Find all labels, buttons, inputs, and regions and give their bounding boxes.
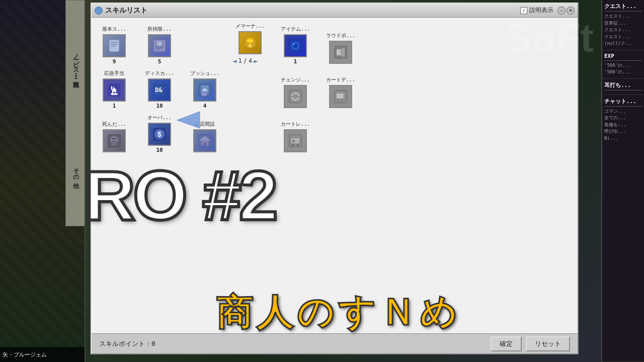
svg-rect-2 (111, 44, 118, 45)
skill-cartle[interactable]: カートレ... (278, 121, 313, 153)
skill-discount-icon[interactable]: D& (148, 78, 171, 102)
svg-rect-51 (291, 138, 300, 144)
soft-watermark: SoFt (504, 15, 594, 61)
skill-firstaid[interactable]: 応急手当 (97, 70, 132, 109)
skill-carry[interactable]: 所持限... 5 (142, 26, 177, 65)
svg-rect-22 (111, 93, 118, 95)
skill-overcharge-icon[interactable]: $ (148, 123, 171, 146)
cursor-arrow-indicator (175, 109, 205, 134)
skill-basic-icon[interactable] (103, 34, 126, 57)
skill-basic-level: 9 (113, 58, 116, 65)
skill-loud-name: ラウドボ... (323, 32, 358, 39)
dialog-title: スキルリスト (105, 6, 147, 15)
svg-point-5 (156, 41, 163, 46)
skill-push-name: ブッシュ... (187, 70, 222, 77)
svg-point-33 (337, 99, 339, 101)
skill-carry-icon[interactable] (148, 34, 171, 57)
page-nav: ◄ 1 / 4 ► (232, 57, 258, 65)
svg-point-53 (292, 144, 294, 146)
svg-text:D&: D& (155, 86, 163, 94)
reset-button[interactable]: リセット (526, 336, 570, 351)
skill-item-level: 1 (294, 58, 297, 65)
chat-item-1: コマン... (604, 108, 642, 115)
skill-discount[interactable]: ディスカ... D& 10 (142, 70, 177, 109)
skill-memna-name: メマーナ... (232, 23, 268, 30)
svg-rect-20 (114, 88, 115, 92)
show-desc-checkbox-label[interactable]: ✓ 説明表示 (520, 6, 553, 15)
skill-item-icon[interactable] (284, 34, 307, 57)
svg-rect-32 (337, 94, 344, 99)
exp-item-2: '500'の... (604, 69, 642, 76)
nav-prev-arrow[interactable]: ◄ (232, 57, 236, 65)
svg-marker-45 (177, 112, 200, 128)
svg-point-34 (341, 99, 343, 101)
svg-text:$: $ (157, 130, 162, 138)
skill-push[interactable]: ブッシュ... 4 (187, 70, 222, 109)
show-desc-label: 説明表示 (529, 6, 553, 15)
skill-change-icon[interactable] (284, 85, 307, 108)
minimize-button[interactable]: - (557, 7, 566, 15)
exp-section: EXP '500'の... '500'の... (602, 50, 644, 79)
svg-rect-49 (204, 143, 206, 146)
quest-title: クエスト... (604, 3, 642, 12)
skill-dead-icon[interactable] (103, 129, 126, 152)
skill-cart-icon[interactable] (329, 85, 352, 108)
skill-firstaid-icon[interactable] (103, 78, 126, 102)
dialog-window-icon (95, 7, 103, 15)
svg-rect-21 (115, 89, 116, 93)
bottom-item-text: 矢・ブルージェム (0, 347, 86, 362)
skill-cartle-icon[interactable] (284, 129, 307, 152)
svg-rect-14 (337, 49, 341, 55)
skill-dead[interactable]: 死んだ... (97, 121, 132, 153)
skill-cart-name: カートデ... (323, 76, 358, 83)
skill-firstaid-level: 1 (113, 103, 116, 109)
svg-point-36 (110, 136, 118, 144)
confirm-button[interactable]: 確定 (491, 336, 522, 351)
svg-line-40 (115, 138, 116, 139)
skill-row-1: 基本ス... 9 所持限... (97, 23, 573, 65)
side-tab[interactable]: ノービス・１次職 その他 (65, 0, 86, 226)
skill-item-name: アイテム... (278, 26, 313, 33)
big-title-overlay: RO #2 (85, 155, 276, 236)
skill-carry-name: 所持限... (142, 26, 177, 33)
svg-rect-52 (292, 140, 295, 142)
skill-cart[interactable]: カートデ... (323, 76, 358, 109)
skill-overcharge-name: オーバ... (142, 114, 177, 121)
close-button[interactable]: × (567, 7, 575, 15)
skill-row-2: 応急手当 (97, 70, 573, 109)
skill-loud-icon[interactable] (329, 41, 352, 64)
skill-basic-name: 基本ス... (97, 26, 132, 33)
chat-item-5: N)... (604, 135, 642, 142)
skill-push-level: 4 (203, 103, 207, 109)
skill-basic[interactable]: 基本ス... 9 (97, 26, 132, 65)
svg-rect-18 (111, 86, 112, 90)
skill-loud[interactable]: ラウドボ... (323, 32, 358, 65)
nav-current: 1 (238, 57, 242, 64)
exp-title: EXP (604, 53, 642, 61)
skill-row-3: 死んだ... (97, 114, 573, 153)
exp-item-1: '500'の... (604, 62, 642, 69)
nav-separator: / (244, 57, 247, 64)
svg-point-12 (293, 43, 295, 45)
chat-item-3: 装備を... (604, 122, 642, 129)
skill-push-icon[interactable] (193, 78, 216, 102)
dialog-window-buttons: - × (557, 7, 575, 15)
svg-rect-19 (113, 87, 114, 92)
nav-total: 4 (249, 57, 252, 64)
svg-line-38 (113, 138, 114, 139)
show-desc-checkbox[interactable]: ✓ (520, 7, 527, 14)
skill-change-name: チェンジ... (278, 76, 313, 83)
skill-memna-icon[interactable] (238, 31, 262, 54)
skill-overcharge[interactable]: オーバ... $ 10 (142, 114, 177, 153)
action-buttons: 確定 リセット (491, 336, 570, 351)
quest-section: クエスト... クエスト... 世界征... クエスト... クエスト... (… (602, 0, 644, 50)
tab-novice-label: ノービス・１次職 (71, 49, 80, 76)
skill-change[interactable]: チェンジ... (278, 76, 313, 109)
quest-item-2: 世界征... (604, 20, 642, 27)
tab-other-label: その他 (71, 163, 80, 177)
skill-cartle-name: カートレ... (278, 121, 313, 128)
nav-next-arrow[interactable]: ► (254, 57, 258, 65)
chat-item-2: 全ての... (604, 115, 642, 122)
skill-memna[interactable]: メマーナ... (232, 23, 268, 55)
skill-item[interactable]: アイテム... 1 (278, 26, 313, 65)
